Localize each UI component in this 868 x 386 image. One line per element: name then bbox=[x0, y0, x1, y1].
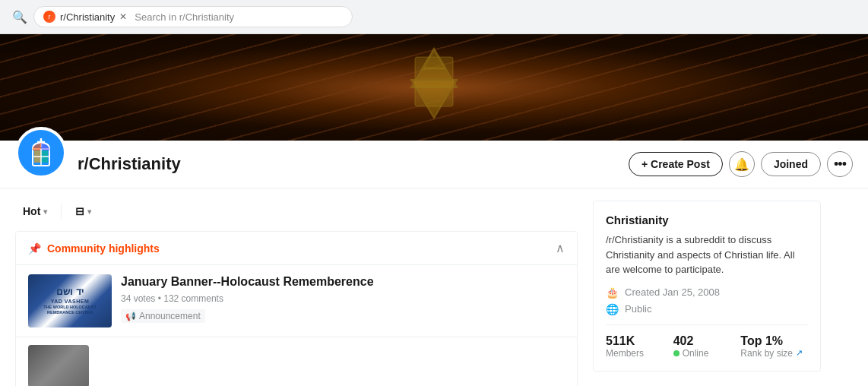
highlights-label: Community highlights bbox=[47, 242, 160, 255]
view-chevron-icon: ▾ bbox=[87, 207, 91, 216]
sidebar-created-row: 🎂 Created Jan 25, 2008 bbox=[606, 286, 808, 299]
flair-label: Announcement bbox=[139, 311, 201, 321]
close-tab-button[interactable]: ✕ bbox=[119, 11, 127, 22]
create-post-button[interactable]: + Create Post bbox=[629, 152, 723, 176]
highlights-header: 📌 Community highlights ∧ bbox=[16, 232, 577, 265]
feed-column: Hot ▾ ⊟ ▾ 📌 Community highlights ∧ bbox=[15, 201, 578, 386]
rank-label: Rank by size ↗ bbox=[740, 348, 808, 359]
church-icon-svg bbox=[22, 134, 60, 172]
subreddit-icon bbox=[15, 127, 67, 179]
sidebar-divider bbox=[606, 324, 808, 325]
subreddit-name: r/Christianity bbox=[78, 154, 629, 174]
post-flair: 📢 Announcement bbox=[121, 309, 205, 323]
reddit-favicon: r bbox=[43, 11, 55, 23]
notifications-button[interactable]: 🔔 bbox=[729, 151, 755, 177]
hot-sort-button[interactable]: Hot ▾ bbox=[15, 201, 55, 222]
hot-label: Hot bbox=[23, 205, 40, 217]
online-stat: 402 Online bbox=[673, 334, 741, 359]
sidebar-public-row: 🌐 Public bbox=[606, 303, 808, 315]
highlights-title: 📌 Community highlights bbox=[28, 242, 160, 255]
post-content: January Banner--Holocaust Rememberence 3… bbox=[121, 274, 565, 327]
sidebar-box-inner: Christianity /r/Christianity is a subred… bbox=[594, 201, 820, 371]
page: r/Christianity + Create Post 🔔 Joined ••… bbox=[0, 34, 868, 386]
sort-divider bbox=[61, 204, 62, 219]
banner-image bbox=[0, 34, 868, 141]
online-label-text: Online bbox=[683, 348, 709, 359]
view-button[interactable]: ⊟ ▾ bbox=[68, 201, 99, 222]
online-dot bbox=[673, 350, 680, 356]
collapse-highlights-button[interactable]: ∧ bbox=[556, 241, 565, 255]
members-label: Members bbox=[606, 348, 673, 359]
tab-label: r/Christianity bbox=[60, 11, 115, 23]
sort-bar: Hot ▾ ⊟ ▾ bbox=[15, 201, 578, 222]
view-icon: ⊟ bbox=[75, 205, 84, 217]
thumbnail-image: יד ושם YAD VASHEM THE WORLD HOLOCAUSTREM… bbox=[28, 274, 112, 327]
sidebar-description: /r/Christianity is a subreddit to discus… bbox=[606, 233, 808, 277]
sidebar-created-label: Created Jan 25, 2008 bbox=[625, 286, 720, 298]
post-thumbnail: יד ושם YAD VASHEM THE WORLD HOLOCAUSTREM… bbox=[28, 274, 112, 327]
online-value: 402 bbox=[673, 334, 741, 348]
rank-stat: Top 1% Rank by size ↗ bbox=[740, 334, 808, 359]
sidebar-community-title: Christianity bbox=[606, 214, 808, 226]
browser-bar: 🔍 r r/Christianity ✕ Search in r/Christi… bbox=[0, 0, 868, 34]
announcement-icon: 📢 bbox=[125, 312, 136, 321]
sidebar-public-label: Public bbox=[625, 303, 651, 315]
table-row[interactable]: יד ושם YAD VASHEM THE WORLD HOLOCAUSTREM… bbox=[16, 265, 577, 337]
search-placeholder: Search in r/Christianity bbox=[135, 11, 234, 23]
content-area: Hot ▾ ⊟ ▾ 📌 Community highlights ∧ bbox=[0, 188, 836, 386]
sidebar-stats: 511K Members 402 Online Top 1% bbox=[606, 334, 808, 359]
globe-icon: 🌐 bbox=[606, 303, 619, 315]
online-label: Online bbox=[673, 348, 741, 359]
star-of-david-icon bbox=[396, 46, 472, 129]
community-highlights: 📌 Community highlights ∧ יד ושם YAD VASH… bbox=[15, 231, 578, 386]
more-options-button[interactable]: ••• bbox=[827, 151, 853, 177]
post-title: January Banner--Holocaust Rememberence bbox=[121, 274, 565, 290]
rank-value: Top 1% bbox=[740, 334, 808, 348]
subreddit-banner bbox=[0, 34, 868, 141]
cake-icon: 🎂 bbox=[606, 286, 619, 299]
post-meta: 34 votes • 132 comments bbox=[121, 293, 565, 304]
hot-chevron-icon: ▾ bbox=[43, 207, 47, 216]
members-stat: 511K Members bbox=[606, 334, 673, 359]
joined-button[interactable]: Joined bbox=[761, 152, 821, 176]
sidebar-column: Christianity /r/Christianity is a subred… bbox=[593, 201, 821, 386]
pin-icon: 📌 bbox=[28, 242, 41, 255]
rank-label-text: Rank by size bbox=[740, 348, 793, 359]
members-value: 511K bbox=[606, 334, 673, 348]
subreddit-header: r/Christianity + Create Post 🔔 Joined ••… bbox=[0, 141, 868, 188]
browser-search-icon: 🔍 bbox=[12, 10, 27, 24]
address-bar[interactable]: r r/Christianity ✕ Search in r/Christian… bbox=[33, 6, 353, 27]
post-partial-thumbnail bbox=[28, 345, 89, 386]
rank-external-icon[interactable]: ↗ bbox=[796, 348, 803, 358]
header-actions: + Create Post 🔔 Joined ••• bbox=[629, 151, 853, 177]
svg-rect-3 bbox=[415, 57, 453, 106]
sidebar-box: Christianity /r/Christianity is a subred… bbox=[593, 201, 821, 372]
table-row[interactable] bbox=[16, 337, 577, 386]
